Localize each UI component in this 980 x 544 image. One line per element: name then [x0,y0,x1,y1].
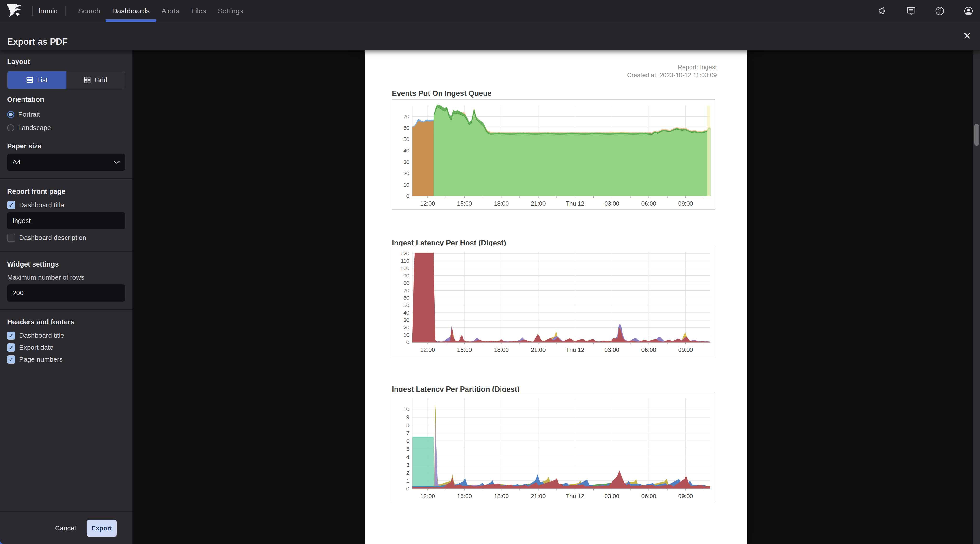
dashboard-title-input[interactable] [7,212,125,230]
report-name-line: Report: Ingest [627,63,717,71]
svg-text:15:00: 15:00 [457,347,472,353]
orientation-landscape-radio[interactable]: Landscape [7,124,125,132]
paper-size-select[interactable]: A4 [7,154,125,171]
report-front-heading: Report front page [7,187,125,195]
svg-text:40: 40 [403,147,409,154]
layout-list-button[interactable]: List [7,71,66,89]
svg-text:06:00: 06:00 [641,493,656,499]
nav-search[interactable]: Search [78,0,100,22]
svg-text:30: 30 [403,159,409,165]
orientation-portrait-radio[interactable]: Portrait [7,110,125,119]
chevron-down-icon [114,160,120,164]
report-front-page-section: Report front page ✓ Dashboard title Dash… [0,179,132,251]
hf-page-numbers-checkbox-row[interactable]: ✓ Page numbers [7,355,125,364]
svg-text:50: 50 [403,136,409,142]
dashboard-description-label: Dashboard description [19,234,86,242]
svg-text:30: 30 [403,317,409,323]
area-chart-ingest-queue: 01020304050607012:0015:0018:0021:00Thu 1… [392,100,715,210]
svg-text:06:00: 06:00 [641,200,656,207]
svg-text:110: 110 [401,258,409,264]
export-settings-sidebar: Layout List Grid [0,50,132,544]
dialog-title: Export as PDF [7,28,68,56]
layout-grid-label: Grid [95,76,107,84]
app: humio Search Dashboards Alerts Files Set… [0,0,980,544]
announcements-icon[interactable] [877,6,888,16]
hf-export-date-checkbox-row[interactable]: ✓ Export date [7,343,125,352]
svg-text:90: 90 [403,273,409,279]
svg-text:18:00: 18:00 [494,493,509,499]
svg-text:100: 100 [400,265,409,271]
radio-unchecked-icon[interactable] [7,124,14,132]
cancel-button[interactable]: Cancel [54,524,77,532]
svg-text:Thu 12: Thu 12 [566,200,584,207]
export-dialog-body: Layout List Grid [0,50,980,544]
max-rows-input[interactable] [7,284,125,301]
svg-text:09:00: 09:00 [678,493,693,499]
svg-text:0: 0 [407,339,410,346]
svg-text:21:00: 21:00 [531,200,546,207]
svg-text:60: 60 [403,125,409,131]
preview-scrollbar-track[interactable] [973,50,980,544]
chart-title-ingest-queue: Events Put On Ingest Queue [392,89,492,98]
svg-text:03:00: 03:00 [605,200,619,207]
close-icon[interactable]: ✕ [963,22,971,50]
layout-section: Layout List Grid [0,50,132,178]
svg-text:9: 9 [407,414,410,420]
svg-text:20: 20 [403,324,409,331]
svg-text:0: 0 [407,485,410,492]
svg-text:09:00: 09:00 [678,200,693,207]
checkbox-checked-icon[interactable]: ✓ [7,343,15,352]
svg-text:80: 80 [403,280,409,286]
export-button[interactable]: Export [87,520,116,537]
svg-text:21:00: 21:00 [531,493,546,499]
svg-text:10: 10 [403,406,409,412]
repo-name[interactable]: humio [39,0,58,22]
paper-size-heading: Paper size [7,142,125,150]
preview-scrollbar-thumb[interactable] [975,124,979,146]
svg-text:2: 2 [407,469,410,476]
top-nav: humio Search Dashboards Alerts Files Set… [0,0,980,22]
account-icon[interactable] [963,6,974,16]
area-chart-latency-host: 010203040506070809010011012012:0015:0018… [392,246,715,356]
svg-text:18:00: 18:00 [494,347,509,353]
dialog-footer: Cancel Export [0,511,132,544]
hf-export-date-label: Export date [19,344,53,351]
svg-text:12:00: 12:00 [420,347,435,353]
checkbox-checked-icon[interactable]: ✓ [7,201,15,209]
pdf-page: Report: Ingest Created at: 2023-10-12 11… [365,50,747,544]
headers-footers-section: Headers and footers ✓ Dashboard title ✓ … [0,310,132,364]
svg-text:50: 50 [403,302,409,308]
feedback-icon[interactable] [906,6,916,16]
radio-checked-icon[interactable] [7,111,14,118]
landscape-label: Landscape [18,124,51,132]
dashboard-title-checkbox-row[interactable]: ✓ Dashboard title [7,201,125,209]
checkbox-checked-icon[interactable]: ✓ [7,355,15,363]
svg-text:03:00: 03:00 [605,347,619,353]
hf-dashboard-title-checkbox-row[interactable]: ✓ Dashboard title [7,331,125,340]
layout-grid-button[interactable]: Grid [66,71,125,89]
svg-text:40: 40 [403,309,409,316]
nav-files[interactable]: Files [191,0,206,22]
list-icon [26,76,33,84]
nav-separator [32,6,33,16]
svg-text:12:00: 12:00 [420,200,435,207]
svg-text:10: 10 [403,332,409,338]
svg-text:70: 70 [403,113,409,119]
help-icon[interactable] [935,6,945,16]
crowdstrike-falcon-logo[interactable] [5,3,28,19]
layout-list-label: List [37,76,48,84]
nav-dashboards[interactable]: Dashboards [112,0,150,22]
svg-text:21:00: 21:00 [531,347,546,353]
checkbox-unchecked-icon[interactable] [7,234,15,242]
svg-text:3: 3 [407,462,410,468]
nav-alerts[interactable]: Alerts [162,0,179,22]
main-nav: Search Dashboards Alerts Files Settings [78,0,243,22]
grid-icon [84,76,91,84]
nav-settings[interactable]: Settings [218,0,243,22]
dashboard-description-checkbox-row[interactable]: Dashboard description [7,233,125,242]
checkbox-checked-icon[interactable]: ✓ [7,331,15,339]
svg-text:1: 1 [407,477,410,484]
dashboard-title-label: Dashboard title [19,201,64,209]
nav-icons [877,0,974,22]
svg-text:18:00: 18:00 [494,200,509,207]
